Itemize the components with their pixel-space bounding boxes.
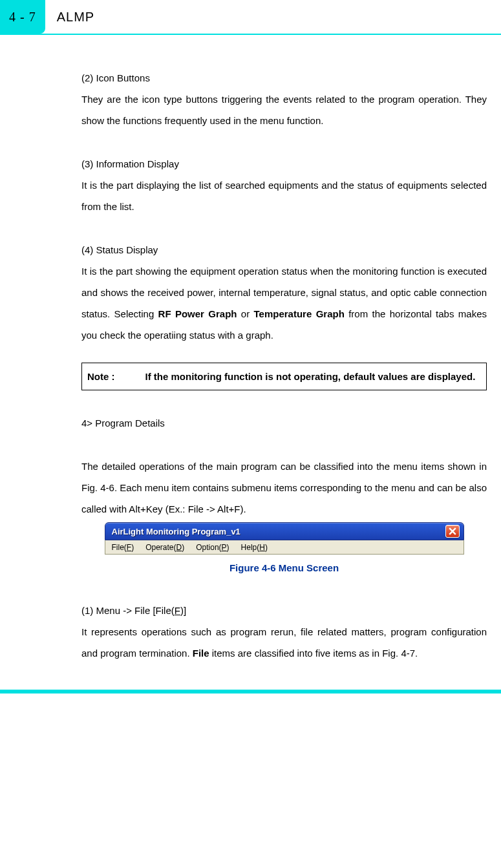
menu-accel: P bbox=[222, 543, 227, 552]
close-icon bbox=[449, 527, 456, 535]
footer-divider bbox=[0, 690, 501, 693]
page-number-badge: 4 - 7 bbox=[0, 0, 45, 34]
bold-text: RF Power Graph bbox=[158, 308, 237, 319]
menu-accel: H bbox=[259, 543, 265, 552]
menubar: File(F) Operate(D) Option(P) Help(H) bbox=[105, 540, 464, 555]
menu-file-heading: (1) Menu -> File [File(F)] bbox=[81, 600, 487, 621]
menu-file[interactable]: File(F) bbox=[112, 543, 134, 552]
section-2-body: They are the icon type buttons triggerin… bbox=[81, 89, 487, 131]
program-details-body: The detailed operations of the main prog… bbox=[81, 456, 487, 520]
section-4-body: It is the part showing the equipment ope… bbox=[81, 260, 487, 346]
note-text: If the monitoring function is not operat… bbox=[140, 363, 487, 390]
page-title: ALMP bbox=[45, 0, 106, 34]
note-box: Note : If the monitoring function is not… bbox=[81, 363, 487, 390]
bold-text: File bbox=[193, 648, 209, 659]
menu-file-body: It represents operations such as program… bbox=[81, 621, 487, 664]
menu-tail: ) bbox=[131, 543, 134, 552]
menu-option[interactable]: Option(P) bbox=[196, 543, 229, 552]
menu-accel: D bbox=[176, 543, 182, 552]
menu-operate[interactable]: Operate(D) bbox=[145, 543, 184, 552]
menu-label: Option( bbox=[196, 543, 221, 552]
close-button[interactable] bbox=[445, 525, 460, 538]
section-4-heading: (4) Status Display bbox=[81, 239, 487, 260]
text-run: (1) Menu -> File [File( bbox=[81, 605, 175, 616]
menu-tail: ) bbox=[182, 543, 184, 552]
section-2-heading: (2) Icon Buttons bbox=[81, 67, 487, 89]
section-3-body: It is the part displaying the list of se… bbox=[81, 175, 487, 217]
document-body: (2) Icon Buttons They are the icon type … bbox=[0, 67, 501, 664]
menu-label: Operate( bbox=[145, 543, 176, 552]
text-run: items are classified into five items as … bbox=[209, 648, 418, 659]
note-label: Note : bbox=[82, 363, 140, 390]
menu-tail: ) bbox=[227, 543, 229, 552]
text-run: )] bbox=[180, 605, 186, 616]
window-titlebar: AirLight Monitoring Program_v1 bbox=[105, 522, 464, 540]
underlined-accel: F bbox=[175, 605, 180, 616]
text-run: or bbox=[237, 308, 253, 319]
menu-help[interactable]: Help(H) bbox=[241, 543, 268, 552]
figure-4-6: AirLight Monitoring Program_v1 File(F) O… bbox=[105, 522, 464, 555]
program-details-heading: 4> Program Details bbox=[81, 412, 487, 434]
menu-tail: ) bbox=[265, 543, 268, 552]
section-3-heading: (3) Information Display bbox=[81, 153, 487, 175]
menu-label: Help( bbox=[241, 543, 260, 552]
window-title: AirLight Monitoring Program_v1 bbox=[112, 527, 445, 536]
bold-text: Temperature Graph bbox=[254, 308, 345, 319]
figure-caption: Figure 4-6 Menu Screen bbox=[81, 558, 487, 578]
menu-label: File( bbox=[112, 543, 127, 552]
page-header: 4 - 7 ALMP bbox=[0, 0, 501, 35]
